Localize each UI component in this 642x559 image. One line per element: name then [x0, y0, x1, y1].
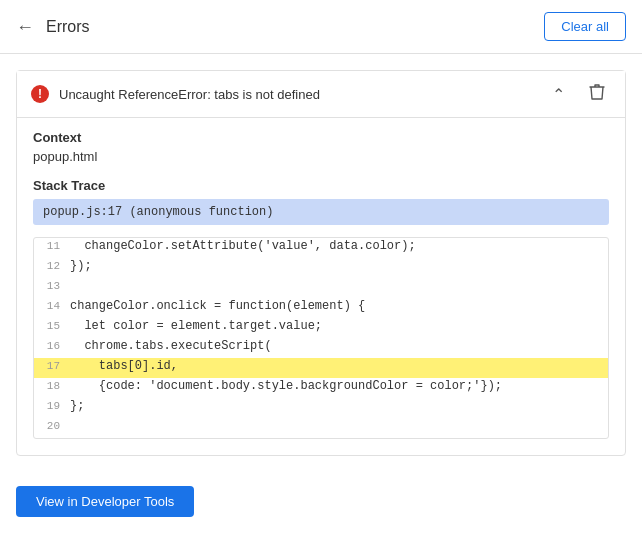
line-number: 16	[34, 339, 70, 352]
code-line: 13	[34, 278, 608, 298]
code-line: 17 tabs[0].id,	[34, 358, 608, 378]
line-content: tabs[0].id,	[70, 359, 608, 373]
page-title: Errors	[46, 18, 90, 36]
error-header-left: ! Uncaught ReferenceError: tabs is not d…	[31, 85, 320, 103]
header-left: ← Errors	[16, 18, 90, 36]
line-content: });	[70, 259, 608, 273]
line-content: {code: 'document.body.style.backgroundCo…	[70, 379, 608, 393]
line-number: 12	[34, 259, 70, 272]
error-title: Uncaught ReferenceError: tabs is not def…	[59, 87, 320, 102]
line-number: 19	[34, 399, 70, 412]
code-scroll[interactable]: 11 changeColor.setAttribute('value', dat…	[34, 238, 608, 438]
delete-button[interactable]	[583, 81, 611, 107]
line-content: let color = element.target.value;	[70, 319, 608, 333]
code-line: 20	[34, 418, 608, 438]
line-content: };	[70, 399, 608, 413]
collapse-button[interactable]: ⌃	[546, 83, 571, 106]
code-block: 11 changeColor.setAttribute('value', dat…	[33, 237, 609, 439]
line-number: 20	[34, 419, 70, 432]
view-in-devtools-button[interactable]: View in Developer Tools	[16, 486, 194, 517]
code-line: 14changeColor.onclick = function(element…	[34, 298, 608, 318]
context-label: Context	[33, 130, 609, 145]
back-button[interactable]: ←	[16, 18, 34, 36]
stack-trace-label: Stack Trace	[33, 178, 609, 193]
context-value: popup.html	[33, 149, 609, 164]
line-number: 17	[34, 359, 70, 372]
code-line: 11 changeColor.setAttribute('value', dat…	[34, 238, 608, 258]
error-icon: !	[31, 85, 49, 103]
header: ← Errors Clear all	[0, 0, 642, 54]
line-number: 18	[34, 379, 70, 392]
error-controls: ⌃	[546, 81, 611, 107]
line-content: changeColor.onclick = function(element) …	[70, 299, 608, 313]
footer: View in Developer Tools	[0, 472, 642, 531]
line-number: 15	[34, 319, 70, 332]
error-header: ! Uncaught ReferenceError: tabs is not d…	[17, 71, 625, 117]
line-number: 13	[34, 279, 70, 292]
error-body: Context popup.html Stack Trace popup.js:…	[17, 117, 625, 455]
code-line: 15 let color = element.target.value;	[34, 318, 608, 338]
stack-trace-bar: popup.js:17 (anonymous function)	[33, 199, 609, 225]
code-line: 19};	[34, 398, 608, 418]
code-line: 16 chrome.tabs.executeScript(	[34, 338, 608, 358]
clear-all-button[interactable]: Clear all	[544, 12, 626, 41]
line-content: changeColor.setAttribute('value', data.c…	[70, 239, 608, 253]
delete-icon	[589, 83, 605, 101]
line-number: 14	[34, 299, 70, 312]
error-panel: ! Uncaught ReferenceError: tabs is not d…	[16, 70, 626, 456]
line-number: 11	[34, 239, 70, 252]
code-line: 18 {code: 'document.body.style.backgroun…	[34, 378, 608, 398]
code-line: 12});	[34, 258, 608, 278]
line-content: chrome.tabs.executeScript(	[70, 339, 608, 353]
